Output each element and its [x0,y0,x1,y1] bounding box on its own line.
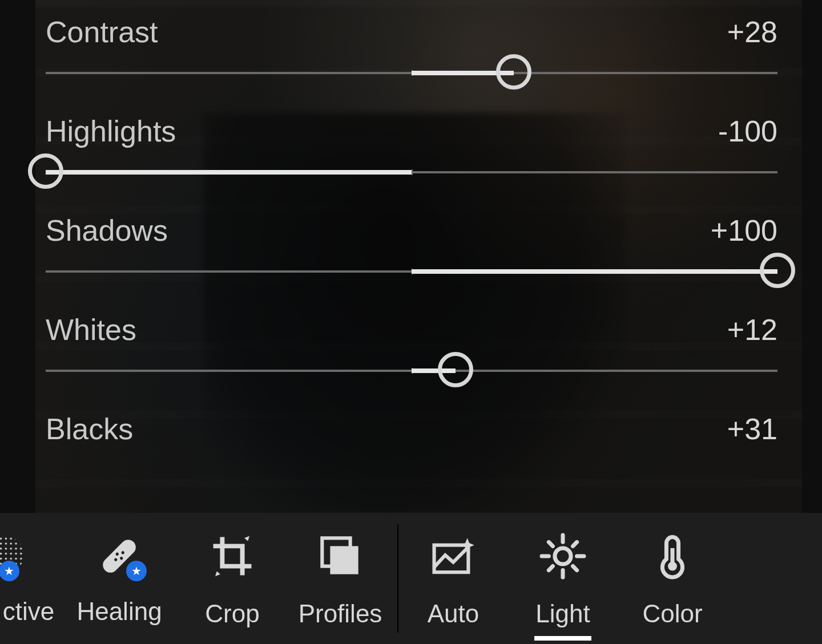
tool-label: ctive [3,597,54,626]
slider-fill [412,269,777,274]
slider-whites[interactable]: Whites +12 [46,313,777,391]
svg-rect-8 [330,546,358,574]
tool-label: Profiles [299,600,382,628]
tool-label: Healing [76,597,162,626]
slider-track[interactable] [46,171,777,173]
slider-value: +31 [727,412,777,446]
slider-label: Whites [46,313,136,346]
slider-value: +100 [711,213,777,248]
slider-thumb[interactable] [496,54,531,90]
svg-line-17 [549,566,553,570]
slider-label: Blacks [46,412,133,445]
slider-track[interactable] [46,370,777,372]
svg-line-18 [573,542,577,546]
premium-star-icon [126,561,147,581]
svg-line-15 [549,542,553,546]
tool-light[interactable]: Light [508,513,618,644]
slider-value: +28 [727,15,777,49]
tool-crop[interactable]: Crop [182,513,283,644]
tool-label: Crop [205,600,259,628]
profiles-icon [315,531,365,584]
selective-icon [3,531,54,581]
slider-label: Contrast [46,15,158,48]
bottom-toolbar: ctive Healing [0,513,822,644]
slider-thumb[interactable] [28,153,63,189]
svg-line-16 [573,566,577,570]
svg-point-10 [555,548,571,564]
tool-selective[interactable]: ctive [0,513,57,644]
crop-icon [207,531,257,584]
tool-profiles[interactable]: Profiles [283,513,397,644]
slider-track[interactable] [46,72,777,74]
light-sliders: Contrast +28 Highlights -100 Shadows +10… [46,0,777,457]
slider-value: -100 [718,114,777,148]
slider-shadows[interactable]: Shadows +100 [46,213,777,292]
slider-track[interactable] [46,270,777,273]
bandage-icon [94,531,144,581]
slider-center-mark [412,169,413,175]
slider-label: Highlights [46,115,176,148]
tool-color[interactable]: Color [618,513,727,644]
slider-thumb[interactable] [438,352,473,387]
thermometer-icon [647,531,698,584]
tool-label: Auto [428,600,480,628]
slider-value: +12 [727,313,777,347]
slider-thumb[interactable] [760,253,795,288]
tool-healing[interactable]: Healing [57,513,182,644]
auto-enhance-icon [428,531,478,584]
tool-label: Color [642,600,702,628]
slider-contrast[interactable]: Contrast +28 [46,15,777,94]
tool-auto[interactable]: Auto [398,513,508,644]
slider-label: Shadows [46,214,168,247]
slider-fill [46,170,412,175]
active-indicator [534,636,591,641]
slider-highlights[interactable]: Highlights -100 [46,114,777,193]
tool-label: Light [535,600,590,628]
slider-blacks[interactable]: Blacks +31 [46,412,777,457]
sun-icon [538,531,588,584]
